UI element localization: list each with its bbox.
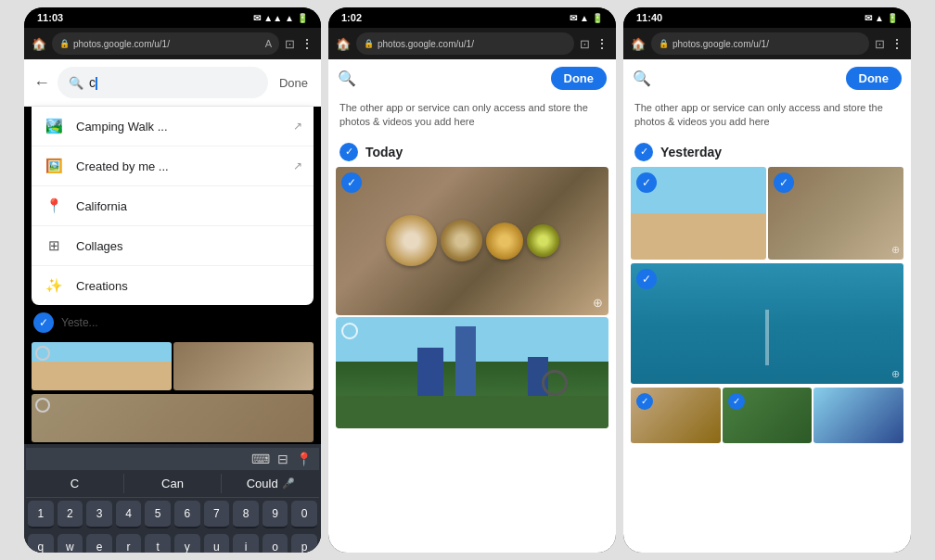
chevron-icon: ↗ [293,120,302,133]
kb-key-w[interactable]: w [58,534,83,553]
kb-key-u[interactable]: u [204,534,230,553]
photos-content-3: 🔍 Done The other app or service can only… [623,59,911,553]
url-text-2: photos.google.com/u/1/ [378,39,567,49]
kb-key-r[interactable]: r [116,534,142,553]
status-bar-3: 11:40 ✉ ▲ 🔋 [623,7,911,28]
url-bar-1[interactable]: 🔒 photos.google.com/u/1/ A [52,32,279,55]
search-button-2[interactable]: 🔍 [338,70,356,87]
section-check-today: ✓ [339,143,358,161]
food-dishes [336,167,608,315]
kb-key-e[interactable]: e [86,534,112,553]
kb-key-o[interactable]: o [263,534,288,553]
kb-key-p[interactable]: p [291,534,317,553]
kb-suggest-can[interactable]: Can [124,474,223,493]
tab-icon-2[interactable]: ⊡ [580,37,590,51]
ocean-check: ✓ [636,269,657,289]
kb-key-4[interactable]: 4 [116,501,142,528]
browser-bar-1: 🏠 🔒 photos.google.com/u/1/ A ⊡ ⋮ [24,28,321,59]
tab-icon-3[interactable]: ⊡ [875,37,885,51]
ac-label-creations: Creations [76,279,302,293]
city-photo [336,317,608,428]
ac-item-california[interactable]: 📍 California [32,186,314,226]
ac-item-collages[interactable]: ⊞ Collages [32,226,314,266]
section-label-today: Today [365,145,403,159]
time-1: 11:03 [37,12,63,23]
ac-item-creations[interactable]: ✨ Creations [32,266,314,305]
kb-key-1[interactable]: 1 [28,501,54,528]
back-button[interactable]: ← [33,73,50,93]
status-icons-1: ✉ ▲▲ ▲ 🔋 [253,13,308,23]
kb-suggest-c[interactable]: C [26,474,124,493]
search-input-wrap[interactable]: 🔍 c [58,67,268,98]
city-photo-wrap[interactable] [328,317,616,428]
home-icon-2: 🏠 [336,37,351,51]
battery-icon: 🔋 [297,13,308,23]
kb-key-0[interactable]: 0 [291,501,317,528]
tab-icon[interactable]: ⊡ [285,37,295,51]
url-bar-3[interactable]: 🔒 photos.google.com/u/1/ [651,32,869,55]
notice-3: The other app or service can only access… [623,97,911,137]
kb-key-6[interactable]: 6 [174,501,200,528]
phone-3: 11:40 ✉ ▲ 🔋 🏠 🔒 photos.google.com/u/1/ ⊡… [623,7,911,553]
ac-label-created: Created by me ... [76,159,282,173]
done-button-2[interactable]: Done [551,67,608,90]
mic-icon[interactable]: 🎤 [282,477,295,490]
search-bar: ← 🔍 c Done [24,59,321,107]
ocean-photo-row: ✓ ⊕ [623,263,911,386]
autocomplete-dropdown: 🏞️ Camping Walk ... ↗ 🖼️ Created by me .… [32,107,314,305]
kb-key-5[interactable]: 5 [145,501,171,528]
phone-2: 1:02 ✉ ▲ 🔋 🏠 🔒 photos.google.com/u/1/ ⊡ … [328,7,616,553]
kb-key-9[interactable]: 9 [263,501,288,528]
thumb-check-1: ✓ [636,393,653,410]
url-bar-2[interactable]: 🔒 photos.google.com/u/1/ [356,32,574,55]
photo-row-1 [24,340,321,392]
pier [765,310,769,365]
ac-item-camping[interactable]: 🏞️ Camping Walk ... ↗ [32,107,314,146]
small-thumb-1[interactable]: ✓ [631,388,721,443]
kb-suggest-row: C Can Could 🎤 [26,470,319,498]
ac-label-california: California [76,199,302,213]
battery-icon-3: 🔋 [887,13,898,23]
kb-pin-icon[interactable]: 📍 [296,452,312,466]
kb-key-y[interactable]: y [174,534,200,553]
search-input[interactable]: c [89,75,257,90]
kb-key-icon[interactable]: ⌨ [251,452,270,466]
translate-icon: A [265,38,272,49]
kb-key-3[interactable]: 3 [86,501,112,528]
beach-photo-cell[interactable]: ✓ [631,167,766,260]
kb-key-t[interactable]: t [145,534,171,553]
status-bar-1: 11:03 ✉ ▲▲ ▲ 🔋 [24,7,321,28]
food-photo-wrap[interactable]: ✓ ⊕ [328,167,616,315]
wifi-icon: ▲ [285,13,294,23]
rocks-photo-cell[interactable]: ✓ ⊕ [768,167,903,260]
done-button-small[interactable]: Done [275,74,312,92]
food-zoom-icon: ⊕ [593,296,603,310]
ocean-photo-cell[interactable]: ✓ ⊕ [631,263,903,384]
city-bg [336,317,608,428]
menu-dots-1[interactable]: ⋮ [301,36,314,51]
kb-key-8[interactable]: 8 [233,501,259,528]
kb-key-7[interactable]: 7 [204,501,230,528]
search-button-3[interactable]: 🔍 [633,70,651,87]
yesterday-item: ✓ Yeste... [24,305,321,340]
status-icons-2: ✉ ▲ 🔋 [570,13,603,23]
thumb-check-2: ✓ [728,393,745,410]
done-button-3[interactable]: Done [846,67,903,90]
small-thumb-row: ✓ ✓ [623,388,911,443]
kb-clipboard-icon[interactable]: ⊟ [277,452,288,466]
kb-key-2[interactable]: 2 [58,501,83,528]
food-photo-check: ✓ [341,172,362,193]
photo-row-2 [24,392,321,444]
menu-dots-2[interactable]: ⋮ [596,36,608,51]
kb-key-q[interactable]: q [28,534,54,553]
kb-key-i[interactable]: i [233,534,259,553]
ac-item-created[interactable]: 🖼️ Created by me ... ↗ [32,146,314,186]
small-thumb-3[interactable] [813,388,903,443]
kb-toolbar: ⌨ ⊟ 📍 [26,448,319,470]
menu-dots-3[interactable]: ⋮ [890,36,903,51]
ocean-zoom: ⊕ [891,368,900,380]
signal-icon-2: ▲ [580,13,589,23]
created-icon: 🖼️ [43,155,65,177]
kb-suggest-could[interactable]: Could 🎤 [222,474,319,493]
small-thumb-2[interactable]: ✓ [723,388,813,443]
